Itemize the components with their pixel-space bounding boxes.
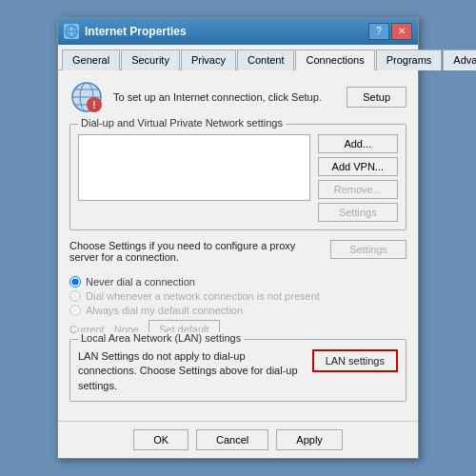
cancel-button[interactable]: Cancel — [196, 429, 268, 450]
tab-general[interactable]: General — [62, 50, 120, 70]
dialup-section: Dial-up and Virtual Private Network sett… — [69, 124, 407, 230]
title-controls: ? ✕ — [368, 23, 412, 40]
tab-programs[interactable]: Programs — [376, 50, 443, 70]
ok-button[interactable]: OK — [133, 429, 188, 450]
tab-security[interactable]: Security — [121, 50, 180, 70]
add-button[interactable]: Add... — [318, 134, 398, 153]
tab-advanced[interactable]: Advanced — [443, 50, 476, 70]
radio-always-dial-label: Always dial my default connection — [86, 305, 243, 316]
remove-button[interactable]: Remove... — [318, 180, 398, 199]
setup-button[interactable]: Setup — [347, 87, 407, 108]
radio-dial-whenever-label: Dial whenever a network connection is no… — [86, 290, 320, 302]
proxy-settings-button[interactable]: Settings — [330, 240, 407, 259]
dialup-list[interactable] — [78, 134, 310, 201]
apply-button[interactable]: Apply — [276, 429, 343, 450]
radio-always-dial-input[interactable] — [69, 305, 81, 316]
help-button[interactable]: ? — [368, 23, 389, 40]
radio-dial-whenever-input[interactable] — [69, 290, 81, 302]
radio-dial-whenever: Dial whenever a network connection is no… — [69, 290, 407, 302]
svg-text:!: ! — [92, 100, 95, 110]
radio-group: Never dial a connection Dial whenever a … — [69, 276, 407, 316]
lan-settings-button[interactable]: LAN settings — [312, 349, 398, 372]
radio-always-dial: Always dial my default connection — [69, 305, 407, 316]
title-bar-left: Internet Properties — [64, 24, 187, 39]
lan-text: LAN Settings do not apply to dial-up con… — [78, 349, 305, 393]
proxy-section: Choose Settings if you need to configure… — [69, 240, 407, 268]
globe-icon: ! — [69, 80, 104, 114]
window-title: Internet Properties — [85, 25, 187, 38]
close-button[interactable]: ✕ — [391, 23, 412, 40]
lan-section: Local Area Network (LAN) settings LAN Se… — [69, 339, 407, 402]
radio-never-dial: Never dial a connection — [69, 276, 407, 288]
dialup-settings-button[interactable]: Settings — [318, 203, 398, 222]
tab-connections[interactable]: Connections — [295, 50, 374, 70]
proxy-text: Choose Settings if you need to configure… — [69, 240, 323, 263]
intro-text: To set up an Internet connection, click … — [113, 91, 337, 103]
tab-privacy[interactable]: Privacy — [181, 50, 236, 70]
add-vpn-button[interactable]: Add VPN... — [318, 157, 398, 176]
dialup-section-content: Add... Add VPN... Remove... Settings — [78, 134, 398, 222]
tab-content[interactable]: Content — [237, 50, 295, 70]
title-bar: Internet Properties ? ✕ — [58, 18, 418, 45]
dialup-btn-group: Add... Add VPN... Remove... Settings — [318, 134, 398, 222]
radio-never-dial-input[interactable] — [69, 276, 81, 288]
intro-row: ! To set up an Internet connection, clic… — [69, 80, 407, 114]
bottom-bar: OK Cancel Apply — [58, 421, 418, 458]
tabs-bar: General Security Privacy Content Connect… — [58, 45, 418, 70]
tab-content-area: ! To set up an Internet connection, clic… — [58, 70, 418, 421]
window-icon — [64, 24, 79, 39]
lan-row: LAN Settings do not apply to dial-up con… — [78, 349, 398, 393]
radio-never-dial-label: Never dial a connection — [86, 276, 195, 288]
internet-properties-window: Internet Properties ? ✕ General Security… — [57, 17, 419, 459]
dialup-section-label: Dial-up and Virtual Private Network sett… — [78, 117, 286, 129]
lan-section-label: Local Area Network (LAN) settings — [78, 332, 244, 344]
